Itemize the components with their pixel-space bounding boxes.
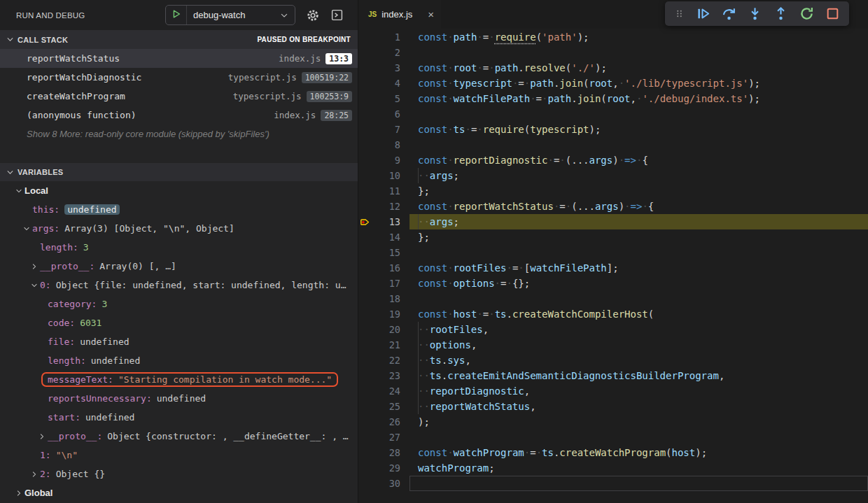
line-gutter[interactable]: 11	[358, 183, 410, 199]
variable-row[interactable]: messageText:"Starting compilation in wat…	[0, 370, 358, 389]
line-gutter[interactable]: 24	[358, 383, 410, 399]
code-content[interactable]: const·watchFilePath·=·path.join(root,·'.…	[410, 91, 868, 106]
code-content[interactable]	[410, 137, 868, 153]
close-icon[interactable]: ×	[428, 9, 434, 20]
stack-frame-row[interactable]: (anonymous function)index.js28:25	[0, 106, 358, 125]
variable-row[interactable]: 1:"\n"	[0, 446, 358, 465]
code-content[interactable]	[410, 45, 868, 60]
chevron-down-icon[interactable]	[30, 281, 40, 290]
line-gutter[interactable]: 13	[358, 214, 410, 229]
line-gutter[interactable]: 23	[358, 368, 410, 383]
code-content[interactable]: ··ts.sys,	[410, 353, 868, 368]
call-stack-header[interactable]: CALL STACK PAUSED ON BREAKPOINT	[0, 30, 358, 49]
breakpoint-current-line-icon[interactable]	[358, 217, 370, 227]
line-gutter[interactable]: 29	[358, 460, 410, 476]
line-gutter[interactable]: 26	[358, 414, 410, 430]
code-content[interactable]	[410, 245, 868, 260]
stop-icon[interactable]	[825, 6, 840, 21]
code-content[interactable]: const·watchProgram·=·ts.createWatchProgr…	[410, 445, 868, 460]
line-gutter[interactable]: 10	[358, 168, 410, 183]
code-content[interactable]: ··options,	[410, 337, 868, 353]
line-gutter[interactable]: 8	[358, 137, 410, 153]
line-gutter[interactable]: 20	[358, 322, 410, 337]
variable-row[interactable]: reportsUnnecessary:undefined	[0, 389, 358, 408]
line-gutter[interactable]: 3	[358, 60, 410, 76]
code-content[interactable]: const·host·=·ts.createWatchCompilerHost(	[410, 306, 868, 322]
chevron-down-icon[interactable]	[22, 225, 32, 233]
code-content[interactable]: const·reportWatchStatus·=·(...args)·=>·{	[410, 199, 868, 214]
line-gutter[interactable]: 17	[358, 276, 410, 291]
line-gutter[interactable]: 30	[358, 476, 410, 491]
line-gutter[interactable]: 16	[358, 260, 410, 276]
variable-row[interactable]: this:undefined	[0, 200, 358, 219]
line-gutter[interactable]: 28	[358, 445, 410, 460]
variable-row[interactable]: __proto__:Array(0) [, …]	[0, 257, 358, 276]
chevron-down-icon[interactable]	[15, 187, 24, 195]
code-content[interactable]: const·path·=·require('path');	[410, 29, 868, 45]
line-gutter[interactable]: 21	[358, 337, 410, 353]
code-content[interactable]: const·ts·=·require(typescript);	[410, 122, 868, 137]
line-gutter[interactable]: 5	[358, 91, 410, 106]
variable-row[interactable]: __proto__:Object {constructor: , __defin…	[0, 427, 358, 446]
variable-row[interactable]: 0:Object {file: undefined, start: undefi…	[0, 276, 358, 295]
variable-row[interactable]: Local	[0, 181, 358, 200]
step-into-icon[interactable]	[748, 6, 762, 21]
show-more-frames-link[interactable]: Show 8 More: read-only core module (skip…	[0, 125, 358, 143]
step-out-icon[interactable]	[774, 6, 788, 21]
code-content[interactable]	[410, 106, 868, 122]
continue-icon[interactable]	[696, 6, 710, 21]
code-content[interactable]: ··args;	[410, 168, 868, 183]
tab-index-js[interactable]: JS index.js ×	[358, 0, 441, 29]
variable-row[interactable]: 2:Object {}	[0, 465, 358, 483]
code-content[interactable]: };	[410, 183, 868, 199]
variable-row[interactable]: args:Array(3) [Object, "\n", Object]	[0, 219, 358, 238]
variable-row[interactable]: file:undefined	[0, 332, 358, 351]
line-gutter[interactable]: 12	[358, 199, 410, 214]
line-gutter[interactable]: 2	[358, 45, 410, 60]
variable-row[interactable]: start:undefined	[0, 408, 358, 427]
gear-icon[interactable]	[306, 8, 320, 22]
start-debug-button[interactable]	[166, 6, 187, 24]
code-content[interactable]: const·rootFiles·=·[watchFilePath];	[410, 260, 868, 276]
variable-row[interactable]: length:undefined	[0, 351, 358, 370]
code-content[interactable]: ··rootFiles,	[410, 322, 868, 337]
code-content[interactable]	[410, 291, 868, 306]
line-gutter[interactable]: 4	[358, 76, 410, 91]
chevron-right-icon[interactable]	[38, 432, 48, 441]
line-gutter[interactable]: 15	[358, 245, 410, 260]
code-content[interactable]: };	[410, 229, 868, 245]
chevron-right-icon[interactable]	[15, 489, 24, 497]
line-gutter[interactable]: 19	[358, 306, 410, 322]
code-content[interactable]	[410, 430, 868, 445]
variable-row[interactable]: code:6031	[0, 313, 358, 332]
code-content[interactable]: const·options·=·{};	[410, 276, 868, 291]
line-gutter[interactable]: 1	[358, 29, 410, 45]
code-content[interactable]: );	[410, 414, 868, 430]
debug-console-icon[interactable]	[330, 8, 344, 22]
code-content[interactable]: ··reportWatchStatus,	[410, 399, 868, 414]
line-gutter[interactable]: 9	[358, 153, 410, 168]
line-gutter[interactable]: 25	[358, 399, 410, 414]
line-gutter[interactable]: 27	[358, 430, 410, 445]
line-gutter[interactable]: 6	[358, 106, 410, 122]
code-content[interactable]: const·typescript·=·path.join(root,·'./li…	[410, 76, 868, 91]
drag-handle[interactable]	[674, 8, 685, 20]
launch-config-dropdown[interactable]: debug-watch	[165, 5, 295, 25]
line-gutter[interactable]: 18	[358, 291, 410, 306]
step-over-icon[interactable]	[722, 6, 736, 21]
chevron-right-icon[interactable]	[30, 262, 40, 271]
variable-row[interactable]: Global	[0, 483, 358, 502]
code-content[interactable]: ··reportDiagnostic,	[410, 383, 868, 399]
line-gutter[interactable]: 14	[358, 229, 410, 245]
code-content[interactable]: const·reportDiagnostic·=·(...args)·=>·{	[410, 153, 868, 168]
variable-row[interactable]: length:3	[0, 238, 358, 257]
line-gutter[interactable]: 7	[358, 122, 410, 137]
code-content[interactable]	[410, 476, 868, 491]
code-content[interactable]: watchProgram;	[410, 460, 868, 476]
line-gutter[interactable]: 22	[358, 353, 410, 368]
stack-frame-row[interactable]: reportWatchStatusindex.js13:3	[0, 49, 358, 68]
variable-row[interactable]: category:3	[0, 295, 358, 313]
code-content[interactable]: ··ts.createEmitAndSemanticDiagnosticsBui…	[410, 368, 868, 383]
code-content[interactable]: const·root·=·path.resolve('./');	[410, 60, 868, 76]
stack-frame-row[interactable]: createWatchProgramtypescript.js100253:9	[0, 87, 358, 106]
